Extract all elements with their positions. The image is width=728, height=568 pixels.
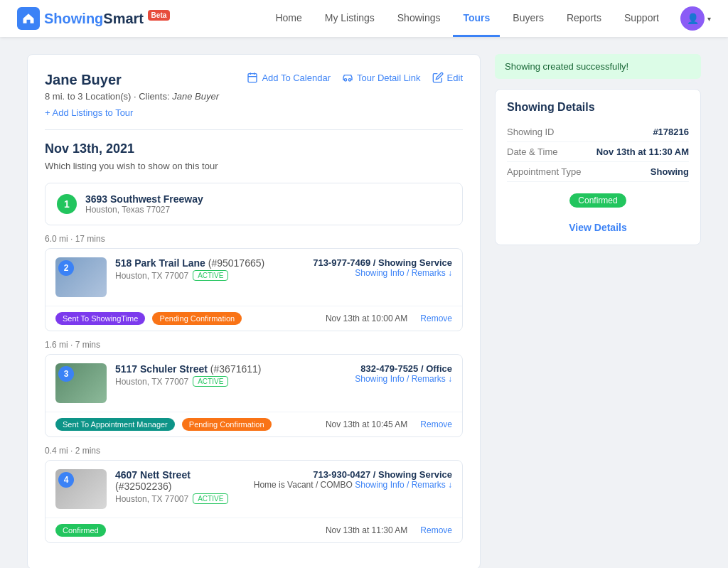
listing-card-3: 3 5117 Schuler Street (#3671611) Houston… [45, 354, 463, 437]
logo-text: ShowingSmart Beta [44, 11, 170, 27]
listing-1-city: Houston, Texas 77027 [85, 205, 203, 215]
listing-card-4: 4 4607 Nett Street (#32502236) Houston, … [45, 460, 463, 543]
add-listings-link[interactable]: + Add Listings to Tour [45, 107, 133, 118]
nav-reports[interactable]: Reports [557, 0, 611, 37]
distance-3: 1.6 mi · 7 mins [45, 340, 463, 350]
client-meta: 8 mi. to 3 Location(s) · Clients: Jane B… [45, 91, 219, 102]
svg-point-4 [344, 79, 346, 81]
header-right: 👤 ▾ [669, 6, 711, 31]
tour-detail-link-button[interactable]: Tour Detail Link [342, 72, 421, 83]
listing-2-city: Houston, TX 77007 [115, 271, 188, 281]
left-panel: Jane Buyer 8 mi. to 3 Location(s) · Clie… [27, 54, 481, 568]
distance-2: 6.0 mi · 17 mins [45, 234, 463, 244]
listing-3-time: Nov 13th at 10:45 AM [326, 419, 407, 429]
showing-details-card: Showing Details Showing ID #178216 Date … [495, 89, 701, 245]
listing-3-tag1: Sent To Appointment Manager [55, 418, 175, 431]
listing-2-id: (#95017665) [208, 257, 264, 269]
nav-home[interactable]: Home [265, 0, 311, 37]
listing-thumb-2: 2 [55, 257, 107, 297]
type-label: Appointment Type [507, 166, 582, 177]
listing-num-4: 4 [58, 472, 74, 488]
listing-4-address: 4607 Nett Street [115, 469, 191, 481]
svg-point-5 [348, 79, 350, 81]
listing-thumb-3: 3 [55, 363, 107, 403]
avatar[interactable]: 👤 [680, 6, 705, 31]
listing-4-phone: 713-930-0427 / Showing Service [254, 469, 452, 480]
detail-row-id: Showing ID #178216 [507, 122, 689, 142]
tour-date: Nov 13th, 2021 [45, 141, 463, 156]
top-actions: Add To Calendar Tour Detail Link Edit [247, 72, 463, 83]
distance-4: 0.4 mi · 2 mins [45, 446, 463, 456]
listing-3-active: ACTIVE [193, 376, 228, 387]
detail-row-type: Appointment Type Showing [507, 162, 689, 182]
logo-icon [17, 7, 40, 30]
success-banner: Showing created successfully! [495, 54, 701, 79]
listing-4-remove[interactable]: Remove [420, 525, 452, 535]
view-details-button[interactable]: View Details [507, 222, 689, 233]
listing-2-tag1: Sent To ShowingTime [55, 312, 145, 325]
listing-3-tag2: Pending Confirmation [182, 418, 272, 431]
svg-rect-0 [248, 74, 257, 82]
nav-buyers[interactable]: Buyers [503, 0, 554, 37]
beta-badge: Beta [148, 10, 171, 21]
nav-my-listings[interactable]: My Listings [315, 0, 385, 37]
edit-icon [432, 72, 444, 83]
main-wrapper: Jane Buyer 8 mi. to 3 Location(s) · Clie… [16, 54, 712, 568]
listing-4-id: (#32502236) [115, 481, 171, 492]
listing-start: 1 3693 Southwest Freeway Houston, Texas … [45, 183, 463, 225]
detail-row-datetime: Date & Time Nov 13th at 11:30 AM [507, 142, 689, 162]
listing-2-tag2: Pending Confirmation [152, 312, 242, 325]
listing-4-city: Houston, TX 77007 [115, 494, 188, 504]
listing-4-time: Nov 13th at 11:30 AM [326, 525, 407, 535]
id-value: #178216 [653, 127, 689, 137]
datetime-value: Nov 13th at 11:30 AM [596, 146, 689, 157]
confirmed-badge: Confirmed [569, 193, 626, 208]
listing-3-id: (#3671611) [210, 363, 262, 375]
nav-showings[interactable]: Showings [387, 0, 451, 37]
nav-support[interactable]: Support [614, 0, 669, 37]
divider-1 [45, 129, 463, 130]
client-name: Jane Buyer [45, 72, 219, 88]
showing-details-title: Showing Details [507, 101, 689, 114]
calendar-icon [247, 72, 258, 83]
listing-3-remove[interactable]: Remove [420, 419, 452, 429]
right-panel: Showing created successfully! Showing De… [495, 54, 701, 568]
listing-2-address: 518 Park Trail Lane [115, 257, 205, 269]
listing-3-city: Houston, TX 77007 [115, 377, 188, 387]
listing-3-info-link[interactable]: Showing Info / Remarks ↓ [355, 374, 452, 384]
listing-num-1: 1 [57, 194, 77, 214]
listing-3-phone: 832-479-7525 / Office [355, 363, 452, 374]
car-icon [342, 72, 353, 83]
listing-2-info-link[interactable]: Showing Info / Remarks ↓ [313, 268, 452, 278]
listing-2-remove[interactable]: Remove [420, 314, 452, 323]
listing-2-phone: 713-977-7469 / Showing Service [313, 257, 452, 268]
listing-4-info-link[interactable]: Showing Info / Remarks ↓ [355, 480, 452, 490]
listing-3-address: 5117 Schuler Street [115, 363, 208, 375]
logo-area: ShowingSmart Beta [17, 7, 170, 30]
main-nav: Home My Listings Showings Tours Buyers R… [265, 0, 669, 37]
datetime-label: Date & Time [507, 146, 558, 157]
id-label: Showing ID [507, 127, 554, 137]
listing-4-tag1: Confirmed [55, 524, 106, 537]
listing-num-2: 2 [58, 260, 74, 276]
tour-subtitle: Which listing you wish to show on this t… [45, 161, 463, 171]
listing-card-2: 2 518 Park Trail Lane (#95017665) Housto… [45, 248, 463, 331]
type-value: Showing [651, 166, 689, 177]
listing-4-active: ACTIVE [193, 493, 228, 504]
add-to-calendar-button[interactable]: Add To Calendar [247, 72, 331, 83]
header: ShowingSmart Beta Home My Listings Showi… [0, 0, 728, 37]
chevron-down-icon[interactable]: ▾ [707, 15, 711, 23]
listing-2-time: Nov 13th at 10:00 AM [326, 314, 407, 323]
listing-1-address: 3693 Southwest Freeway [85, 193, 203, 205]
listing-4-extra: Home is Vacant / COMBO Showing Info / Re… [254, 480, 452, 490]
edit-button[interactable]: Edit [432, 72, 463, 83]
listing-num-3: 3 [58, 366, 74, 382]
listing-2-active: ACTIVE [193, 270, 228, 281]
listing-thumb-4: 4 [55, 469, 107, 509]
nav-tours[interactable]: Tours [453, 0, 500, 37]
